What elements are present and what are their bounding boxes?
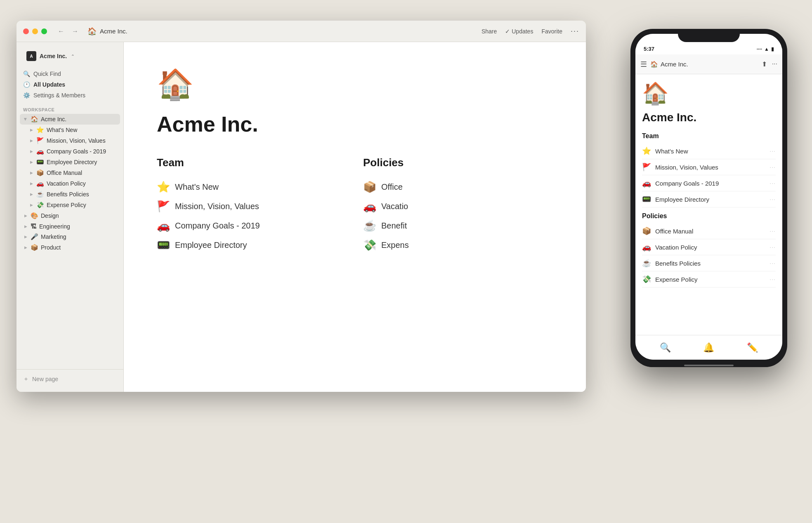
phone-list-vacation[interactable]: 🚗 Vacation Policy ··· — [642, 239, 776, 255]
back-button[interactable]: ← — [55, 26, 67, 37]
page-link-label: Expens — [381, 240, 409, 250]
sidebar-item-mission[interactable]: ▶ 🚩 Mission, Vision, Values — [20, 135, 120, 146]
updates-button[interactable]: ✓ Updates — [505, 28, 533, 35]
employee-directory-icon: 📟 — [157, 239, 170, 252]
sidebar-item-label: Design — [41, 212, 59, 219]
quick-find-item[interactable]: 🔍 Quick Find — [20, 68, 120, 79]
phone-bell-icon[interactable]: 🔔 — [703, 342, 714, 353]
phone-list-office[interactable]: 📦 Office Manual ··· — [642, 223, 776, 239]
phone-more-icon[interactable]: ··· — [772, 60, 777, 68]
phone-item-more-icon[interactable]: ··· — [770, 244, 776, 250]
gear-icon: ⚙️ — [23, 92, 30, 99]
all-updates-item[interactable]: 🕐 All Updates — [20, 79, 120, 90]
sidebar-item-office-manual[interactable]: ▶ 📦 Office Manual — [20, 167, 120, 178]
page-link-label: Office — [381, 182, 403, 192]
phone-benefits-icon: ☕ — [642, 259, 651, 268]
new-page-button[interactable]: ＋ New page — [20, 373, 120, 385]
phone-list-whats-new[interactable]: ⭐ What's New ··· — [642, 143, 776, 159]
expand-arrow-icon: ▶ — [28, 180, 35, 187]
phone-share-icon[interactable]: ⬆ — [762, 60, 767, 68]
page-link-employee-directory[interactable]: 📟 Employee Directory — [157, 236, 347, 255]
plus-icon: ＋ — [23, 375, 29, 383]
sidebar-nav: 🔍 Quick Find 🕐 All Updates ⚙️ Settings &… — [17, 67, 123, 102]
sidebar-item-expense-policy[interactable]: ▶ 💸 Expense Policy — [20, 200, 120, 210]
phone-content: 🏠 Acme Inc. Team ⭐ What's New ··· 🚩 Miss… — [635, 74, 782, 335]
phone-home-indicator — [630, 365, 787, 367]
page-link-goals[interactable]: 🚗 Company Goals - 2019 — [157, 216, 347, 236]
sidebar-item-acme-inc[interactable]: ▶ 🏠 Acme Inc. — [20, 114, 120, 125]
phone-employee-dir-icon: 📟 — [642, 195, 651, 204]
phone-item-more-icon[interactable]: ··· — [770, 180, 776, 186]
sidebar-item-engineering[interactable]: ▶ 🏗 Engineering — [20, 221, 120, 231]
clock-icon: 🕐 — [23, 81, 30, 88]
sidebar-item-vacation-policy[interactable]: ▶ 🚗 Vacation Policy — [20, 178, 120, 189]
expand-arrow-icon: ▶ — [28, 191, 35, 198]
page-link-whats-new[interactable]: ⭐ What's New — [157, 177, 347, 197]
phone-item-more-icon[interactable]: ··· — [770, 260, 776, 266]
page-title: Acme Inc. — [157, 112, 553, 137]
page-content: 🏠 Acme Inc. Team ⭐ What's New 🚩 Mission,… — [124, 42, 586, 392]
sidebar-item-benefits[interactable]: ▶ ☕ Benefits Policies — [20, 189, 120, 200]
phone-list-goals[interactable]: 🚗 Company Goals - 2019 ··· — [642, 175, 776, 191]
favorite-button[interactable]: Favorite — [541, 28, 562, 35]
phone-list-label: Employee Directory — [655, 196, 770, 203]
phone-item-more-icon[interactable]: ··· — [770, 164, 776, 170]
sidebar-item-employee-directory[interactable]: ▶ 📟 Employee Directory — [20, 157, 120, 167]
phone-list-benefits[interactable]: ☕ Benefits Policies ··· — [642, 255, 776, 271]
vacation-icon: 🚗 — [363, 200, 376, 213]
sidebar-item-design[interactable]: ▶ 🎨 Design — [20, 210, 120, 221]
phone-search-icon[interactable]: 🔍 — [660, 342, 671, 353]
sidebar-item-whats-new[interactable]: ▶ ⭐ What's New — [20, 125, 120, 135]
office-icon: 📦 — [363, 181, 376, 193]
phone-vacation-icon: 🚗 — [642, 243, 651, 252]
page-link-office[interactable]: 📦 Office — [363, 177, 553, 197]
wifi-icon: ▲ — [764, 46, 769, 52]
mission-icon: 🚩 — [157, 200, 170, 213]
page-link-mission[interactable]: 🚩 Mission, Vision, Values — [157, 197, 347, 216]
more-button[interactable]: ··· — [571, 27, 579, 35]
phone-item-more-icon[interactable]: ··· — [770, 228, 776, 234]
phone-status-right: ···· ▲ ▮ — [757, 46, 774, 52]
phone-list-label: What's New — [655, 148, 770, 155]
main-layout: A Acme Inc. ⌃ 🔍 Quick Find 🕐 All Updates… — [17, 42, 586, 392]
phone-nav-bar: ☰ 🏠 Acme Inc. ⬆ ··· — [635, 54, 782, 74]
goals-icon: 🚗 — [157, 219, 170, 232]
expense-icon: 💸 — [363, 239, 376, 252]
hamburger-icon[interactable]: ☰ — [640, 60, 647, 69]
share-button[interactable]: Share — [482, 28, 497, 35]
phone-item-more-icon[interactable]: ··· — [770, 196, 776, 203]
phone-mission-icon: 🚩 — [642, 163, 651, 172]
phone-item-more-icon[interactable]: ··· — [770, 148, 776, 154]
battery-icon: ▮ — [771, 46, 774, 52]
phone-page-title: Acme Inc. — [642, 111, 776, 124]
expand-arrow-icon: ▶ — [28, 148, 35, 155]
team-section-heading: Team — [157, 156, 347, 169]
sidebar-item-marketing[interactable]: ▶ 🎤 Marketing — [20, 231, 120, 242]
page-link-vacation[interactable]: 🚗 Vacatio — [363, 197, 553, 216]
minimize-button[interactable] — [32, 28, 38, 34]
expand-arrow-icon: ▶ — [22, 116, 29, 123]
phone-compose-icon[interactable]: ✏️ — [747, 342, 758, 353]
forward-button[interactable]: → — [69, 26, 81, 37]
phone-nav-title: 🏠 Acme Inc. — [650, 61, 758, 68]
settings-item[interactable]: ⚙️ Settings & Members — [20, 90, 120, 101]
sidebar-item-label: Vacation Policy — [47, 180, 86, 187]
phone-item-more-icon[interactable]: ··· — [770, 276, 776, 283]
expand-arrow-icon: ▶ — [28, 202, 35, 208]
close-button[interactable] — [23, 28, 29, 34]
workspace-name[interactable]: A Acme Inc. ⌃ — [23, 49, 117, 64]
maximize-button[interactable] — [41, 28, 47, 34]
page-link-benefits[interactable]: ☕ Benefit — [363, 216, 553, 236]
sidebar-item-product[interactable]: ▶ 📦 Product — [20, 242, 120, 253]
expand-arrow-icon: ▶ — [28, 170, 35, 176]
phone-list-employee-dir[interactable]: 📟 Employee Directory ··· — [642, 191, 776, 207]
phone-screen: 5:37 ···· ▲ ▮ ☰ 🏠 Acme Inc. ⬆ ··· 🏠 Acme… — [635, 34, 782, 360]
phone-list-label: Company Goals - 2019 — [655, 180, 770, 187]
sidebar-item-goals[interactable]: ▶ 🚗 Company Goals - 2019 — [20, 146, 120, 157]
phone-list-expense[interactable]: 💸 Expense Policy ··· — [642, 271, 776, 287]
phone-list-mission[interactable]: 🚩 Mission, Vision, Values ··· — [642, 159, 776, 175]
expand-arrow-icon: ▶ — [22, 244, 29, 251]
sidebar-item-label: Company Goals - 2019 — [47, 148, 106, 155]
benefits-icon: ☕ — [363, 219, 376, 232]
page-link-expense[interactable]: 💸 Expens — [363, 236, 553, 255]
